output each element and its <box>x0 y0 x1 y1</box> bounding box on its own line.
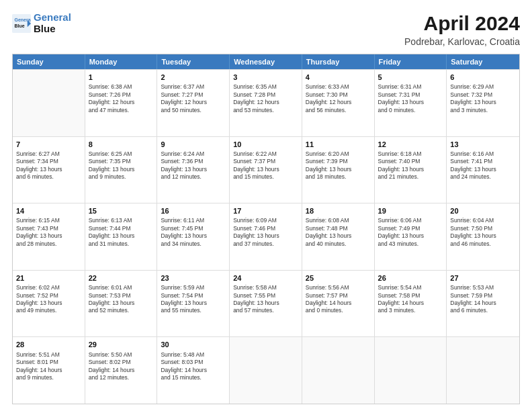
day-info: Sunrise: 6:01 AM Sunset: 7:53 PM Dayligh… <box>89 284 154 315</box>
day-info: Sunrise: 6:13 AM Sunset: 7:44 PM Dayligh… <box>89 217 154 248</box>
day-info: Sunrise: 6:15 AM Sunset: 7:43 PM Dayligh… <box>16 217 81 248</box>
calendar-cell: 12Sunrise: 6:18 AM Sunset: 7:40 PM Dayli… <box>375 137 447 203</box>
calendar-cell: 3Sunrise: 6:35 AM Sunset: 7:28 PM Daylig… <box>230 70 302 136</box>
title-block: April 2024 Podrebar, Karlovac, Croatia <box>404 12 520 47</box>
calendar-cell <box>375 337 447 404</box>
calendar-cell <box>13 70 85 136</box>
day-info: Sunrise: 6:38 AM Sunset: 7:26 PM Dayligh… <box>89 83 154 114</box>
day-number: 17 <box>233 206 298 216</box>
day-number: 30 <box>161 340 226 349</box>
calendar-cell <box>302 337 375 404</box>
calendar-row: 21Sunrise: 6:02 AM Sunset: 7:52 PM Dayli… <box>13 270 519 337</box>
day-number: 5 <box>378 73 443 82</box>
day-info: Sunrise: 6:02 AM Sunset: 7:52 PM Dayligh… <box>16 284 81 315</box>
calendar-cell <box>230 337 302 404</box>
day-info: Sunrise: 6:24 AM Sunset: 7:36 PM Dayligh… <box>161 150 226 181</box>
calendar-cell: 13Sunrise: 6:16 AM Sunset: 7:41 PM Dayli… <box>447 137 519 203</box>
calendar-cell: 4Sunrise: 6:33 AM Sunset: 7:30 PM Daylig… <box>302 70 375 136</box>
calendar-row: 28Sunrise: 5:51 AM Sunset: 8:01 PM Dayli… <box>13 336 519 404</box>
calendar-cell: 27Sunrise: 5:53 AM Sunset: 7:59 PM Dayli… <box>447 271 519 337</box>
logo-icon: General Blue <box>12 14 31 33</box>
calendar-cell: 7Sunrise: 6:27 AM Sunset: 7:34 PM Daylig… <box>13 137 85 203</box>
day-number: 20 <box>450 206 516 216</box>
calendar-cell: 22Sunrise: 6:01 AM Sunset: 7:53 PM Dayli… <box>85 271 158 337</box>
calendar-cell: 24Sunrise: 5:58 AM Sunset: 7:55 PM Dayli… <box>230 271 302 337</box>
calendar-header-cell: Saturday <box>447 54 519 69</box>
calendar-row: 1Sunrise: 6:38 AM Sunset: 7:26 PM Daylig… <box>13 69 519 136</box>
day-info: Sunrise: 6:04 AM Sunset: 7:50 PM Dayligh… <box>450 217 516 248</box>
day-info: Sunrise: 6:08 AM Sunset: 7:48 PM Dayligh… <box>306 217 371 248</box>
day-info: Sunrise: 6:27 AM Sunset: 7:34 PM Dayligh… <box>16 150 81 181</box>
logo: General Blue General Blue <box>12 12 71 34</box>
calendar-cell: 30Sunrise: 5:48 AM Sunset: 8:03 PM Dayli… <box>157 337 230 404</box>
svg-text:Blue: Blue <box>15 24 25 28</box>
header: General Blue General Blue April 2024 Pod… <box>12 12 520 47</box>
day-info: Sunrise: 6:11 AM Sunset: 7:45 PM Dayligh… <box>161 217 226 248</box>
logo-line2: Blue <box>34 23 56 34</box>
calendar-header-cell: Sunday <box>13 54 85 69</box>
calendar-header-cell: Thursday <box>302 54 375 69</box>
day-number: 24 <box>233 273 298 283</box>
day-info: Sunrise: 5:59 AM Sunset: 7:54 PM Dayligh… <box>161 284 226 315</box>
calendar-cell: 19Sunrise: 6:06 AM Sunset: 7:49 PM Dayli… <box>375 203 447 270</box>
day-info: Sunrise: 6:16 AM Sunset: 7:41 PM Dayligh… <box>450 150 516 181</box>
day-number: 3 <box>233 73 298 82</box>
day-number: 27 <box>450 273 516 283</box>
day-info: Sunrise: 5:48 AM Sunset: 8:03 PM Dayligh… <box>161 351 226 382</box>
day-number: 12 <box>378 140 443 149</box>
logo-text: General Blue <box>34 12 71 34</box>
day-info: Sunrise: 5:50 AM Sunset: 8:02 PM Dayligh… <box>89 351 154 382</box>
day-number: 6 <box>450 73 516 82</box>
calendar-cell: 16Sunrise: 6:11 AM Sunset: 7:45 PM Dayli… <box>157 203 230 270</box>
day-number: 14 <box>16 206 81 216</box>
calendar-cell: 9Sunrise: 6:24 AM Sunset: 7:36 PM Daylig… <box>157 137 230 203</box>
calendar-cell: 1Sunrise: 6:38 AM Sunset: 7:26 PM Daylig… <box>85 70 158 136</box>
calendar-row: 14Sunrise: 6:15 AM Sunset: 7:43 PM Dayli… <box>13 203 519 270</box>
calendar-cell: 18Sunrise: 6:08 AM Sunset: 7:48 PM Dayli… <box>302 203 375 270</box>
day-number: 29 <box>89 340 154 349</box>
page: General Blue General Blue April 2024 Pod… <box>0 0 532 411</box>
calendar-cell: 14Sunrise: 6:15 AM Sunset: 7:43 PM Dayli… <box>13 203 85 270</box>
calendar-header-cell: Tuesday <box>157 54 230 69</box>
day-info: Sunrise: 6:06 AM Sunset: 7:49 PM Dayligh… <box>378 217 443 248</box>
calendar-cell: 28Sunrise: 5:51 AM Sunset: 8:01 PM Dayli… <box>13 337 85 404</box>
calendar-cell: 17Sunrise: 6:09 AM Sunset: 7:46 PM Dayli… <box>230 203 302 270</box>
day-number: 21 <box>16 273 81 283</box>
day-info: Sunrise: 5:54 AM Sunset: 7:58 PM Dayligh… <box>378 284 443 315</box>
day-info: Sunrise: 6:25 AM Sunset: 7:35 PM Dayligh… <box>89 150 154 181</box>
day-info: Sunrise: 6:31 AM Sunset: 7:31 PM Dayligh… <box>378 83 443 114</box>
calendar-cell: 8Sunrise: 6:25 AM Sunset: 7:35 PM Daylig… <box>85 137 158 203</box>
day-info: Sunrise: 6:22 AM Sunset: 7:37 PM Dayligh… <box>233 150 298 181</box>
day-number: 22 <box>89 273 154 283</box>
day-number: 9 <box>161 140 226 149</box>
day-info: Sunrise: 6:35 AM Sunset: 7:28 PM Dayligh… <box>233 83 298 114</box>
day-number: 16 <box>161 206 226 216</box>
day-number: 2 <box>161 73 226 82</box>
day-info: Sunrise: 5:51 AM Sunset: 8:01 PM Dayligh… <box>16 351 81 382</box>
calendar-cell: 23Sunrise: 5:59 AM Sunset: 7:54 PM Dayli… <box>157 271 230 337</box>
day-info: Sunrise: 5:56 AM Sunset: 7:57 PM Dayligh… <box>306 284 371 315</box>
calendar-cell: 6Sunrise: 6:29 AM Sunset: 7:32 PM Daylig… <box>447 70 519 136</box>
day-number: 15 <box>89 206 154 216</box>
calendar-header-cell: Monday <box>85 54 158 69</box>
calendar-cell: 15Sunrise: 6:13 AM Sunset: 7:44 PM Dayli… <box>85 203 158 270</box>
day-info: Sunrise: 6:33 AM Sunset: 7:30 PM Dayligh… <box>306 83 371 114</box>
day-info: Sunrise: 6:29 AM Sunset: 7:32 PM Dayligh… <box>450 83 516 114</box>
calendar-cell: 29Sunrise: 5:50 AM Sunset: 8:02 PM Dayli… <box>85 337 158 404</box>
day-number: 13 <box>450 140 516 149</box>
day-number: 28 <box>16 340 81 349</box>
day-info: Sunrise: 6:18 AM Sunset: 7:40 PM Dayligh… <box>378 150 443 181</box>
calendar-header: SundayMondayTuesdayWednesdayThursdayFrid… <box>13 54 519 69</box>
day-info: Sunrise: 6:20 AM Sunset: 7:39 PM Dayligh… <box>306 150 371 181</box>
calendar-cell: 11Sunrise: 6:20 AM Sunset: 7:39 PM Dayli… <box>302 137 375 203</box>
calendar-body: 1Sunrise: 6:38 AM Sunset: 7:26 PM Daylig… <box>13 69 519 404</box>
calendar-cell: 26Sunrise: 5:54 AM Sunset: 7:58 PM Dayli… <box>375 271 447 337</box>
day-info: Sunrise: 5:58 AM Sunset: 7:55 PM Dayligh… <box>233 284 298 315</box>
day-info: Sunrise: 6:37 AM Sunset: 7:27 PM Dayligh… <box>161 83 226 114</box>
day-number: 1 <box>89 73 154 82</box>
calendar-cell: 25Sunrise: 5:56 AM Sunset: 7:57 PM Dayli… <box>302 271 375 337</box>
calendar-cell <box>447 337 519 404</box>
logo-line1: General <box>34 11 71 23</box>
subtitle: Podrebar, Karlovac, Croatia <box>404 36 520 47</box>
calendar-cell: 21Sunrise: 6:02 AM Sunset: 7:52 PM Dayli… <box>13 271 85 337</box>
